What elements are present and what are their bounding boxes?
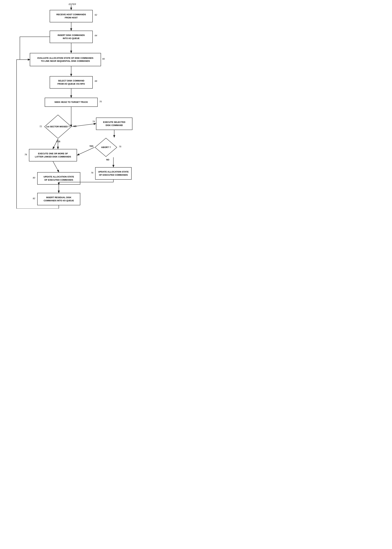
box-70: SEEK HEAD TO TARGET TRACK [45, 98, 98, 107]
ref-62: 62 [95, 14, 97, 16]
diamond-72: 1st SECTOR MISSED ? [44, 114, 72, 139]
box-80: UPDATE ALLOCATION STATEOF EXECUTED COMMA… [37, 172, 80, 185]
ref-74: 74 [92, 120, 95, 123]
svg-line-12 [77, 147, 94, 155]
box-68: SELECT DISK COMMANDFROM I/O QUEUE VIA RP… [50, 76, 93, 89]
box-62: RECEIVE HOST COMMANDSFROM HOST [50, 10, 93, 22]
ref-76: 76 [91, 171, 93, 174]
ref-70: 70 [99, 100, 102, 103]
ref-80: 80 [33, 176, 35, 179]
box-82: INSERT RESIDUAL DISKCOMMANDS INTO I/O QU… [37, 193, 80, 205]
box-78: EXECUTE ONE OR MORE OFLATTER LINKED DISK… [29, 149, 77, 162]
svg-line-14 [53, 162, 59, 172]
yes-label-75: YES [89, 145, 93, 147]
flowchart-diagram: ENTER RECEIVE HOST COMMANDSFROM HOST 62 … [0, 0, 149, 209]
enter-label: ENTER [69, 3, 76, 6]
ref-75: 75 [119, 145, 121, 148]
ref-66: 66 [102, 58, 105, 60]
ref-68: 68 [95, 80, 97, 82]
no-label-72: NO [73, 125, 77, 127]
ref-82: 82 [33, 197, 35, 200]
box-64: INSERT DISK COMMANDSINTO I/O QUEUE [50, 31, 93, 43]
box-74: EXECUTE SELECTEDDISK COMMAND [96, 118, 133, 130]
ref-72: 72 [39, 125, 42, 128]
no-label-75: NO [106, 159, 109, 161]
diamond-75: ABORT ? [94, 137, 118, 157]
box-76: UPDATE ALLOCATION STATEOF EXECUTED COMMA… [95, 167, 132, 180]
ref-78: 78 [25, 153, 27, 156]
ref-64: 64 [95, 34, 97, 37]
box-66: EVALUATE ALLOCATION STATE OF DISK COMMAN… [30, 53, 101, 66]
yes-label-72: YES [56, 141, 60, 143]
